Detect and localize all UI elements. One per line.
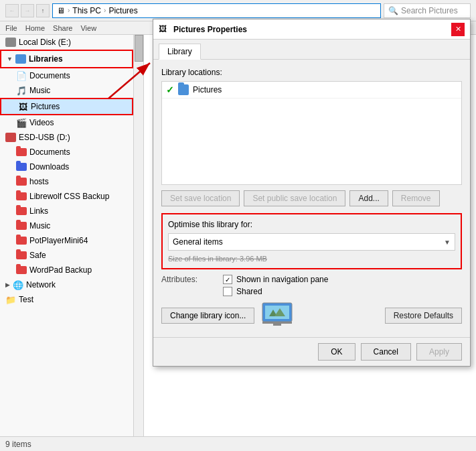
add-button[interactable]: Add...: [349, 190, 388, 206]
video-icon: 🎬: [16, 117, 27, 128]
sidebar-label-local-disk: Local Disk (E:): [19, 38, 71, 47]
expand-icon: ▼: [7, 56, 13, 62]
change-icon-area: Change library icon...: [161, 302, 293, 329]
breadcrumb-sep2: ›: [104, 7, 106, 14]
red-folder-icon: [16, 147, 27, 157]
shared-label: Shared: [236, 287, 262, 296]
document-icon: 📄: [16, 70, 27, 81]
librewolf-icon: [16, 191, 27, 202]
shown-in-nav-label: Shown in navigation pane: [236, 275, 328, 284]
attributes-label: Attributes:: [161, 275, 215, 296]
apply-button[interactable]: Apply: [416, 343, 462, 361]
change-library-icon-button[interactable]: Change library icon...: [161, 308, 254, 324]
expand-icon-net: ▶: [5, 281, 10, 288]
ok-button[interactable]: OK: [318, 343, 355, 361]
sidebar-item-network[interactable]: ▶ 🌐 Network: [0, 277, 133, 292]
optimise-section: Optimise this library for: General items…: [161, 213, 462, 269]
sidebar-item-videos[interactable]: 🎬 Videos: [0, 115, 133, 130]
pictures-icon: 🖼: [17, 101, 28, 112]
forward-button[interactable]: →: [21, 4, 34, 17]
breadcrumb-thispc: This PC: [72, 6, 101, 15]
optimise-label: Optimise this library for:: [168, 220, 455, 229]
attr-checkboxes: Shown in navigation pane Shared: [223, 275, 328, 296]
sidebar-item-local-disk[interactable]: Local Disk (E:): [0, 35, 133, 50]
breadcrumb: 🖥 › This PC › Pictures: [57, 6, 138, 15]
sidebar-item-esd-usb[interactable]: ESD-USB (D:): [0, 130, 133, 145]
shown-in-nav-checkbox[interactable]: [223, 275, 232, 284]
libraries-icon: [15, 54, 26, 64]
dropdown-arrow-icon: ▼: [444, 239, 451, 246]
sidebar-label-libraries: Libraries: [29, 54, 63, 64]
search-icon: 🔍: [388, 6, 398, 15]
sidebar-label-wordpad: WordPad Backup: [29, 265, 92, 275]
esd-music-icon: [16, 220, 27, 231]
usb-icon: [5, 132, 16, 143]
optimise-selected-value: General items: [173, 237, 223, 247]
sidebar-item-safe[interactable]: Safe: [0, 248, 133, 263]
blue-folder-icon: [16, 162, 27, 172]
sidebar-label-links: Links: [29, 206, 48, 216]
sidebar-item-hosts[interactable]: hosts: [0, 174, 133, 189]
shown-in-nav-row: Shown in navigation pane: [223, 275, 328, 284]
dialog-close-button[interactable]: ✕: [451, 23, 465, 36]
wordpad-icon: [16, 265, 27, 275]
hosts-icon: [16, 176, 27, 187]
tab-library[interactable]: Library: [159, 44, 201, 60]
properties-dialog: 🖼 Pictures Properties ✕ Library Library …: [153, 19, 471, 367]
sidebar-label-esd-documents: Documents: [29, 147, 70, 157]
sidebar-label-documents: Documents: [29, 71, 70, 80]
toolbar-share[interactable]: Share: [53, 24, 72, 32]
sidebar-scroll-thumb[interactable]: [135, 35, 143, 62]
sidebar-label-music: Music: [29, 86, 50, 95]
svg-rect-7: [273, 324, 281, 326]
sidebar-scrollbar[interactable]: [133, 35, 143, 436]
sidebar-item-librewolf[interactable]: Librewolf CSS Backup: [0, 189, 133, 204]
address-bar[interactable]: 🖥 › This PC › Pictures: [52, 3, 381, 18]
sidebar-item-potplayer[interactable]: PotPlayerMini64: [0, 233, 133, 248]
dialog-title-icon: 🖼: [159, 24, 169, 35]
explorer-window: ← → ↑ 🖥 › This PC › Pictures 🔍 Search Pi…: [0, 0, 476, 451]
library-locations-label: Library locations:: [161, 68, 462, 77]
set-save-location-button[interactable]: Set save location: [161, 190, 240, 206]
sidebar-item-esd-music[interactable]: Music: [0, 218, 133, 233]
search-box[interactable]: 🔍 Search Pictures: [384, 3, 471, 18]
sidebar-item-test[interactable]: 📁 Test: [0, 292, 133, 307]
search-placeholder: Search Pictures: [401, 6, 458, 15]
optimise-select[interactable]: General items ▼: [168, 233, 455, 251]
library-location-item[interactable]: ✓ Pictures: [162, 82, 461, 99]
sidebar-label-videos: Videos: [29, 118, 54, 127]
location-name: Pictures: [193, 85, 222, 94]
remove-button[interactable]: Remove: [392, 190, 440, 206]
potplayer-icon: [16, 235, 27, 246]
back-button[interactable]: ←: [5, 4, 19, 17]
library-action-buttons: Set save location Set public save locati…: [161, 190, 462, 206]
sidebar-label-test: Test: [19, 295, 33, 304]
sidebar-item-esd-documents[interactable]: Documents: [0, 145, 133, 159]
sidebar-item-documents[interactable]: 📄 Documents: [0, 68, 133, 83]
sidebar-item-pictures[interactable]: 🖼 Pictures: [0, 98, 133, 115]
test-icon: 📁: [5, 294, 16, 305]
attributes-row: Attributes: Shown in navigation pane Sha…: [161, 275, 462, 296]
restore-defaults-button[interactable]: Restore Defaults: [385, 308, 462, 324]
toolbar-view[interactable]: View: [80, 24, 96, 32]
up-button[interactable]: ↑: [36, 4, 50, 17]
sidebar-item-downloads[interactable]: Downloads: [0, 159, 133, 174]
set-public-save-location-button[interactable]: Set public save location: [244, 190, 345, 206]
toolbar-home[interactable]: Home: [25, 24, 45, 32]
sidebar-item-wordpad[interactable]: WordPad Backup: [0, 263, 133, 277]
cancel-button[interactable]: Cancel: [361, 343, 411, 361]
size-text: Size of files in library: 3.96 MB: [168, 255, 455, 263]
dialog-body: Library locations: ✓ Pictures Set save l…: [153, 60, 470, 337]
toolbar-file[interactable]: File: [5, 24, 17, 32]
sidebar-item-links[interactable]: Links: [0, 204, 133, 218]
sidebar-label-network: Network: [26, 280, 56, 289]
sidebar-label-esd-music: Music: [29, 221, 50, 231]
sidebar-item-libraries[interactable]: ▼ Libraries: [0, 50, 133, 68]
library-monitor-icon: [261, 302, 293, 329]
location-folder-icon: [178, 84, 189, 95]
shared-checkbox[interactable]: [223, 287, 232, 296]
sidebar-label-safe: Safe: [29, 251, 46, 260]
icon-change-row: Change library icon...: [161, 302, 462, 329]
library-locations-box: ✓ Pictures: [161, 81, 462, 185]
sidebar-item-music[interactable]: 🎵 Music: [0, 83, 133, 98]
